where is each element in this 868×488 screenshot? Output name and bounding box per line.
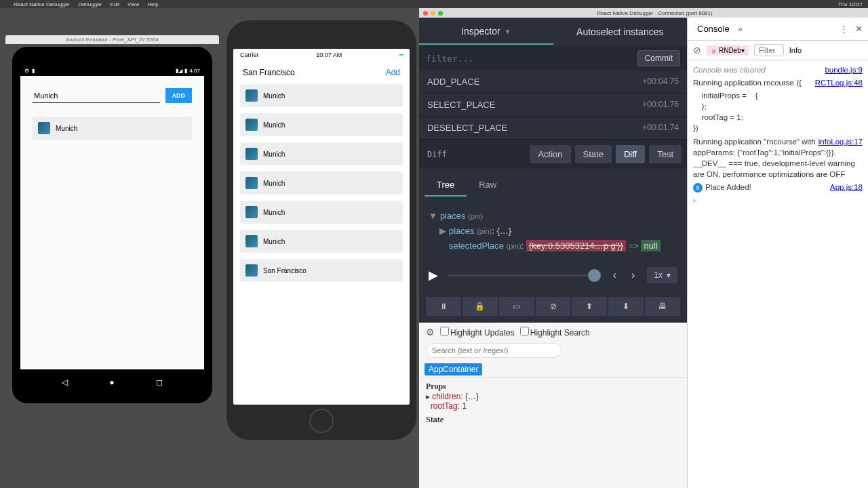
redux-toolbar: ⏸ 🔒 ▭ ⊘ ⬆ ⬇ 🖶 xyxy=(419,290,687,323)
count-badge: 8 xyxy=(693,183,703,192)
android-emulator-window: Android Emulator - Pixel_API_27:5554 ⚙ ▮… xyxy=(5,35,219,403)
play-icon[interactable]: ▶ xyxy=(429,268,438,283)
mac-menubar: React Native Debugger Debugger Edit View… xyxy=(0,0,868,8)
react-devtools: ⚙ Highlight Updates Highlight Search App… xyxy=(419,323,687,488)
lock-icon[interactable]: 🔒 xyxy=(462,297,498,316)
back-icon[interactable]: ◁ xyxy=(62,378,68,387)
ios-simulator: Carrier 10:07 AM ━ San Francisco Add Mun… xyxy=(226,20,416,440)
highlight-updates-checkbox[interactable]: Highlight Updates xyxy=(440,327,515,338)
window-title: React Native Debugger - Connected (port … xyxy=(446,10,864,16)
state-btn[interactable]: State xyxy=(575,145,612,163)
state-label: State xyxy=(426,415,680,425)
place-thumb xyxy=(38,122,50,134)
raw-subtab[interactable]: Raw xyxy=(467,174,509,197)
place-thumb xyxy=(245,148,258,160)
menu-debugger[interactable]: Debugger xyxy=(78,1,102,7)
highlight-search-checkbox[interactable]: Highlight Search xyxy=(520,327,590,338)
status-time: 4:07 xyxy=(189,68,200,74)
android-nav: ◁ ● ◻ xyxy=(20,369,204,391)
commit-button[interactable]: Commit xyxy=(637,50,680,66)
diff-btn[interactable]: Diff xyxy=(616,145,645,163)
upload-icon[interactable]: ⬆ xyxy=(572,297,607,316)
action-row[interactable]: ADD_PLACE+00:04.75 xyxy=(419,70,687,94)
signal-icon: ▮◢ xyxy=(176,68,182,74)
filter-input[interactable] xyxy=(426,54,637,64)
source-link[interactable]: App.js:18 xyxy=(830,182,863,192)
place-thumb xyxy=(245,206,258,218)
close-icon[interactable]: ✕ xyxy=(855,24,863,34)
playback-slider[interactable] xyxy=(448,274,601,277)
list-item[interactable]: Munich xyxy=(33,117,192,140)
add-button[interactable]: Add xyxy=(386,68,400,77)
source-link[interactable]: RCTLog.js:48 xyxy=(815,77,863,88)
triangle-down-icon[interactable]: ▼ xyxy=(429,211,437,221)
menubar-clock: Thu 10:07 xyxy=(838,1,863,7)
list-item[interactable]: Munich xyxy=(240,84,403,107)
debugger-window: React Native Debugger - Connected (port … xyxy=(419,8,868,488)
gear-icon[interactable]: ⚙ xyxy=(426,327,435,338)
battery-icon: ▮ xyxy=(32,68,35,74)
autoselect-tab[interactable]: Autoselect instances xyxy=(553,20,688,44)
chevron-down-icon: ▼ xyxy=(505,28,511,35)
battery-icon: ━ xyxy=(399,52,403,58)
menubar-app: React Native Debugger xyxy=(14,1,70,7)
menu-icon[interactable]: ⋮ xyxy=(840,24,848,34)
context-select[interactable]: ☼ RNDeb▾ xyxy=(707,45,749,56)
gear-icon: ⚙ xyxy=(24,68,29,74)
expand-icon[interactable]: » xyxy=(738,24,743,34)
chevron-down-icon: ▾ xyxy=(667,270,671,280)
next-icon[interactable]: › xyxy=(629,269,637,281)
tree-subtab[interactable]: Tree xyxy=(425,174,467,197)
list-item[interactable]: Munich xyxy=(240,142,403,165)
home-icon[interactable]: ● xyxy=(109,378,114,387)
list-item[interactable]: Munich xyxy=(240,113,403,136)
android-status-bar: ⚙ ▮ ▮◢ ▮ 4:07 xyxy=(20,66,204,76)
clear-icon[interactable]: ⊘ xyxy=(693,45,701,56)
action-btn[interactable]: Action xyxy=(530,145,570,163)
diff-label: Diff xyxy=(425,150,447,159)
list-item[interactable]: Munich xyxy=(240,201,403,224)
speed-select[interactable]: 1x▾ xyxy=(647,267,677,283)
download-icon[interactable]: ⬇ xyxy=(608,297,644,316)
action-row[interactable]: SELECT_PLACE+00:01.76 xyxy=(419,94,687,117)
info-label[interactable]: Info xyxy=(789,46,802,54)
source-link[interactable]: bundle.js:9 xyxy=(825,64,863,75)
test-btn[interactable]: Test xyxy=(649,145,682,163)
filter-input[interactable] xyxy=(754,44,784,56)
menu-view[interactable]: View xyxy=(127,1,139,7)
props-label: Props xyxy=(426,382,680,392)
list-item[interactable]: Munich xyxy=(240,171,403,195)
pause-icon[interactable]: ⏸ xyxy=(426,297,461,316)
triangle-right-icon[interactable]: ▶ xyxy=(439,226,446,236)
window-icon[interactable]: ▭ xyxy=(499,297,534,316)
menu-help[interactable]: Help xyxy=(147,1,158,7)
tree-root[interactable]: AppContainer xyxy=(425,363,482,375)
disable-icon[interactable]: ⊘ xyxy=(536,297,571,316)
place-thumb xyxy=(245,177,258,189)
source-link[interactable]: infoLog.js:17 xyxy=(818,136,863,147)
place-input[interactable]: San Francisco xyxy=(243,68,295,77)
list-item[interactable]: San Francisco xyxy=(240,259,403,282)
action-row[interactable]: DESELECT_PLACE+00:01.74 xyxy=(419,117,687,140)
redux-panel: Inspector▼ Autoselect instances Commit A… xyxy=(419,18,687,488)
search-input[interactable] xyxy=(426,343,561,358)
recent-icon[interactable]: ◻ xyxy=(156,378,163,387)
udemy-watermark: Udemy xyxy=(837,476,863,485)
inspector-tab[interactable]: Inspector▼ xyxy=(419,19,553,45)
list-item[interactable]: Munich xyxy=(240,230,403,253)
print-icon[interactable]: 🖶 xyxy=(645,297,680,316)
place-input[interactable] xyxy=(33,89,160,103)
console-prompt[interactable]: › xyxy=(693,195,863,205)
console-panel: Console » ⋮ ✕ ⊘ ☼ RNDeb▾ Info bundle.js:… xyxy=(687,18,868,488)
console-tab[interactable]: Console xyxy=(693,22,734,36)
prev-icon[interactable]: ‹ xyxy=(610,269,619,281)
maximize-icon[interactable] xyxy=(438,11,443,16)
place-thumb xyxy=(245,119,258,131)
minimize-icon[interactable] xyxy=(431,11,435,16)
close-icon[interactable] xyxy=(423,11,428,16)
menu-edit[interactable]: Edit xyxy=(110,1,119,7)
place-thumb xyxy=(245,89,258,102)
add-button[interactable]: ADD xyxy=(165,88,193,103)
ios-status-bar: Carrier 10:07 AM ━ xyxy=(233,49,410,61)
home-button[interactable] xyxy=(309,409,334,433)
